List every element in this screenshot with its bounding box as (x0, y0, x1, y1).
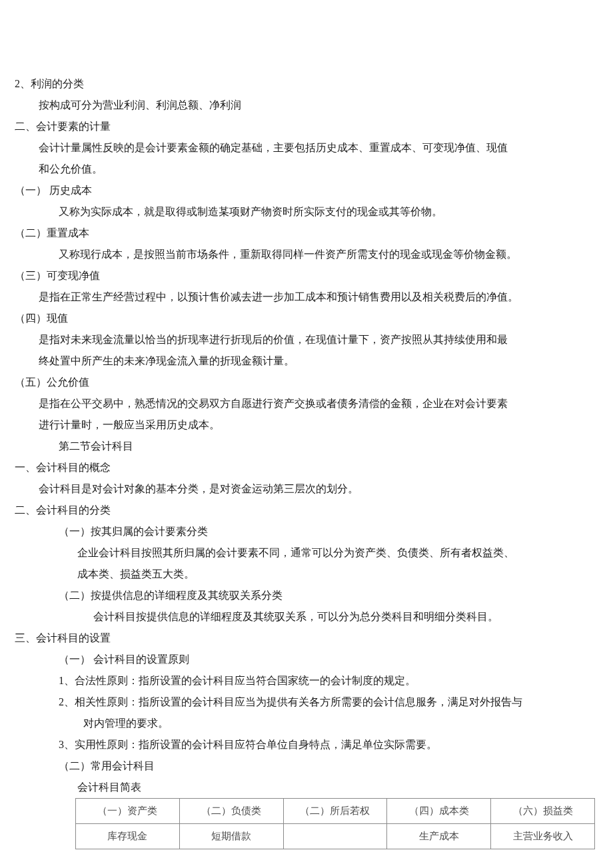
table-row: 库存现金 短期借款 生产成本 主营业务收入 (76, 824, 595, 849)
subheading-net-realizable-value: （三）可变现净值 (0, 265, 613, 286)
body-text: 又称现行成本，是按照当前市场条件，重新取得同样一件资产所需支付的现金或现金等价物… (0, 244, 613, 265)
body-text: 终处置中所产生的未来净现金流入量的折现金额计量。 (0, 350, 613, 372)
body-text: 会计科目按提供信息的详细程度及其统驭关系，可以分为总分类科目和明细分类科目。 (0, 606, 613, 628)
body-text: 进行计量时，一般应当采用历史成本。 (0, 414, 613, 436)
table-header-profitloss: （六）损益类 (491, 799, 595, 824)
body-text: 和公允价值。 (0, 159, 613, 180)
section-title-accounts: 第二节会计科目 (0, 436, 613, 457)
body-text: 企业会计科目按照其所归属的会计要素不同，通常可以分为资产类、负债类、所有者权益类… (0, 542, 613, 564)
principle-legality: 1、合法性原则：指所设置的会计科目应当符合国家统一的会计制度的规定。 (0, 670, 613, 691)
subheading-replacement-cost: （二）重置成本 (0, 222, 613, 244)
table-header-equity: （二）所后若权 (283, 799, 387, 824)
body-text: 是指在公平交易中，熟悉情况的交易双方自愿进行资产交换或者债务清偿的金额，企业在对… (0, 393, 613, 414)
subheading-historical-cost: （一） 历史成本 (0, 180, 613, 201)
body-text: 是指对未来现金流量以恰当的折现率进行折现后的价值，在现值计量下，资产按照从其持续… (0, 329, 613, 350)
table-header-liabilities: （二）负债类 (179, 799, 283, 824)
table-cell: 生产成本 (387, 824, 491, 849)
heading-profit-classification: 2、利润的分类 (0, 73, 613, 95)
accounts-table-wrap: （一）资产类 （二）负债类 （二）所后若权 （四）成本类 （六）损益类 库存现金… (75, 798, 595, 849)
table-cell: 短期借款 (179, 824, 283, 849)
heading-account-classification: 二、会计科目的分类 (0, 500, 613, 521)
subheading-by-element: （一）按其归属的会计要素分类 (0, 521, 613, 542)
principle-relevance: 2、相关性原则：指所设置的会计科目应当为提供有关各方所需要的会计信息服务，满足对… (0, 691, 613, 713)
body-text: 是指在正常生产经营过程中，以预计售价减去进一步加工成本和预计销售费用以及相关税费… (0, 286, 613, 308)
body-text: 会计计量属性反映的是会计要素金额的确定基础，主要包括历史成本、重置成本、可变现净… (0, 137, 613, 159)
table-cell: 库存现金 (76, 824, 180, 849)
subheading-present-value: （四）现值 (0, 308, 613, 329)
subheading-fair-value: （五）公允价值 (0, 372, 613, 393)
table-caption: 会计科目简表 (0, 777, 613, 798)
subheading-by-detail: （二）按提供信息的详细程度及其统驭关系分类 (0, 585, 613, 606)
heading-element-measurement: 二、会计要素的计量 (0, 116, 613, 137)
principle-practicality: 3、实用性原则：指所设置的会计科目应符合单位自身特点，满足单位实际需要。 (0, 734, 613, 755)
table-header-assets: （一）资产类 (76, 799, 180, 824)
table-header-cost: （四）成本类 (387, 799, 491, 824)
document-page: 2、利润的分类 按构成可分为营业利润、利润总额、净利润 二、会计要素的计量 会计… (0, 0, 613, 868)
body-text: 又称为实际成本，就是取得或制造某项财产物资时所实际支付的现金或其等价物。 (0, 201, 613, 222)
heading-account-concept: 一、会计科目的概念 (0, 457, 613, 478)
body-text: 按构成可分为营业利润、利润总额、净利润 (0, 95, 613, 116)
subheading-common-accounts: （二）常用会计科目 (0, 755, 613, 777)
subheading-setup-principles: （一） 会计科目的设置原则 (0, 649, 613, 670)
body-text: 对内管理的要求。 (0, 713, 613, 734)
body-text: 会计科目是对会计对象的基本分类，是对资金运动第三层次的划分。 (0, 478, 613, 500)
heading-account-setup: 三、会计科目的设置 (0, 628, 613, 649)
table-row: （一）资产类 （二）负债类 （二）所后若权 （四）成本类 （六）损益类 (76, 799, 595, 824)
body-text: 成本类、损益类五大类。 (0, 564, 613, 585)
table-cell (283, 824, 387, 849)
table-cell: 主营业务收入 (491, 824, 595, 849)
accounts-table: （一）资产类 （二）负债类 （二）所后若权 （四）成本类 （六）损益类 库存现金… (75, 798, 595, 849)
